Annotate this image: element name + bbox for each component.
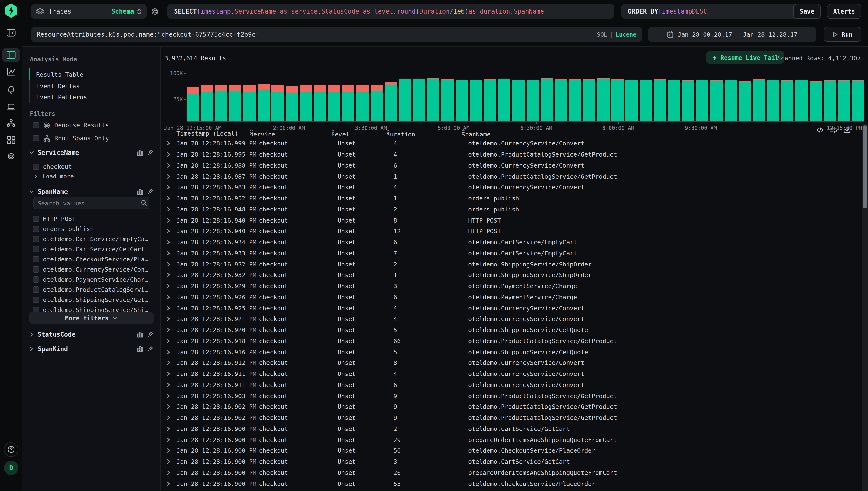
row-expand-icon[interactable] [167, 415, 170, 420]
dashboards-nav-icon[interactable] [2, 133, 20, 147]
table-row[interactable]: Jan 28 12:28:16.932 PMcheckoutUnset1otel… [160, 270, 861, 281]
chart-values-icon[interactable] [137, 189, 143, 195]
histogram-bar[interactable] [767, 80, 779, 121]
section-spankind[interactable]: SpanKind [29, 345, 153, 353]
row-expand-icon[interactable] [167, 283, 170, 289]
table-row[interactable]: Jan 28 12:28:16.933 PMcheckoutUnset7otel… [160, 248, 861, 259]
table-row[interactable]: Jan 28 12:28:16.900 PMcheckoutUnset53ote… [160, 478, 861, 489]
row-expand-icon[interactable] [167, 316, 170, 322]
table-row[interactable]: Jan 28 12:28:16.995 PMcheckoutUnset4otel… [160, 149, 861, 160]
histogram-bar[interactable] [215, 85, 227, 121]
table-row[interactable]: Jan 28 12:28:16.903 PMcheckoutUnset9otel… [160, 391, 861, 402]
value-checkbox[interactable] [33, 276, 39, 282]
histogram-bar[interactable] [668, 80, 680, 121]
histogram-bar[interactable] [611, 79, 624, 121]
table-row[interactable]: Jan 28 12:28:16.918 PMcheckoutUnset66ote… [160, 336, 861, 347]
row-expand-icon[interactable] [167, 163, 170, 168]
chart-values-icon[interactable] [137, 149, 143, 156]
root-spans-label[interactable]: Root Spans Only [55, 135, 109, 142]
settings-nav-icon[interactable] [2, 149, 20, 164]
histogram-bar[interactable] [838, 80, 850, 121]
histogram-bar[interactable] [512, 80, 525, 121]
filter-value-row[interactable]: oteldemo.PaymentService/Char… [33, 275, 148, 284]
filter-value-row[interactable]: orders publish [33, 224, 94, 233]
row-expand-icon[interactable] [167, 218, 170, 223]
more-filters-button[interactable]: More filters [29, 312, 154, 324]
section-spanname[interactable]: SpanName [29, 188, 153, 195]
row-expand-icon[interactable] [167, 152, 170, 157]
row-expand-icon[interactable] [167, 327, 170, 333]
user-avatar[interactable]: D [4, 461, 18, 475]
row-expand-icon[interactable] [167, 239, 170, 245]
help-button[interactable] [4, 442, 18, 457]
download-icon[interactable] [843, 127, 851, 133]
row-expand-icon[interactable] [167, 360, 170, 366]
row-expand-icon[interactable] [167, 459, 170, 464]
histogram-bar[interactable] [640, 80, 652, 121]
table-row[interactable]: Jan 28 12:28:16.900 PMcheckoutUnset3otel… [160, 456, 861, 467]
root-spans-toggle[interactable]: Root Spans Only [33, 135, 109, 142]
language-sql-option[interactable]: SQL [597, 31, 607, 38]
histogram-bar[interactable] [314, 85, 326, 121]
row-expand-icon[interactable] [167, 185, 170, 190]
wrap-text-icon[interactable] [830, 127, 837, 133]
denoise-results-toggle[interactable]: Denoise Results [33, 121, 109, 129]
table-row[interactable]: Jan 28 12:28:16.900 PMcheckoutUnset29pre… [160, 434, 861, 445]
row-expand-icon[interactable] [167, 305, 170, 311]
histogram-bar[interactable] [625, 80, 638, 121]
histogram-bar[interactable] [682, 80, 694, 121]
row-expand-icon[interactable] [167, 481, 170, 486]
row-expand-icon[interactable] [167, 174, 170, 179]
denoise-checkbox[interactable] [33, 122, 39, 128]
table-row[interactable]: Jan 28 12:28:16.902 PMcheckoutUnset9otel… [160, 412, 861, 424]
histogram-bar[interactable] [724, 80, 737, 121]
value-checkbox[interactable] [33, 256, 39, 262]
pin-icon[interactable] [147, 189, 153, 195]
histogram-bar[interactable] [286, 86, 298, 121]
table-row[interactable]: Jan 28 12:28:16.911 PMcheckoutUnset4otel… [160, 369, 861, 380]
col-level[interactable]: level [331, 130, 337, 135]
pin-icon[interactable] [147, 149, 153, 156]
histogram-bar[interactable] [427, 78, 440, 121]
histogram-bar[interactable] [271, 85, 284, 121]
filter-value-row[interactable]: oteldemo.CartService/GetCart [33, 244, 144, 254]
col-duration[interactable]: duration [386, 130, 392, 135]
pin-icon[interactable] [147, 346, 153, 352]
histogram-bar[interactable] [484, 79, 496, 121]
histogram-bar[interactable] [399, 79, 411, 121]
table-row[interactable]: Jan 28 12:28:16.940 PMcheckoutUnset8HTTP… [160, 215, 861, 226]
row-expand-icon[interactable] [167, 437, 170, 442]
table-row[interactable]: Jan 28 12:28:16.920 PMcheckoutUnset5otel… [160, 325, 861, 336]
service-map-nav-icon[interactable] [2, 116, 20, 130]
search-values-input[interactable] [33, 197, 149, 209]
table-row[interactable]: Jan 28 12:28:16.948 PMcheckoutUnset2orde… [160, 204, 861, 215]
denoise-label[interactable]: Denoise Results [55, 121, 109, 129]
save-button[interactable]: Save [793, 4, 821, 19]
code-columns-icon[interactable] [816, 127, 824, 133]
histogram-bar[interactable] [470, 80, 482, 121]
histogram-bar[interactable] [781, 80, 794, 121]
histogram-bar[interactable] [711, 80, 723, 121]
filter-value-row[interactable]: oteldemo.ProductCatalogServi… [33, 285, 148, 294]
row-expand-icon[interactable] [167, 261, 170, 267]
section-servicename[interactable]: ServiceName [29, 149, 153, 156]
table-row[interactable]: Jan 28 12:28:16.988 PMcheckoutUnset6otel… [160, 160, 861, 171]
table-row[interactable]: Jan 28 12:28:16.900 PMcheckoutUnset50ote… [160, 445, 861, 456]
row-expand-icon[interactable] [167, 196, 170, 201]
analysis-mode-item[interactable]: Results Table [36, 70, 83, 80]
histogram-bar[interactable] [413, 79, 425, 121]
client-sessions-nav-icon[interactable] [2, 100, 20, 114]
table-row[interactable]: Jan 28 12:28:16.900 PMcheckoutUnset26pre… [160, 467, 861, 478]
value-checkbox[interactable] [33, 246, 39, 252]
histogram-bar[interactable] [385, 82, 397, 121]
value-checkbox[interactable] [33, 266, 39, 272]
histogram-bar[interactable] [796, 80, 808, 121]
histogram-bar[interactable] [187, 87, 199, 121]
run-button[interactable]: Run [824, 27, 861, 42]
row-expand-icon[interactable] [167, 404, 170, 409]
value-checkbox[interactable] [33, 236, 39, 242]
table-row[interactable]: Jan 28 12:28:16.983 PMcheckoutUnset4otel… [160, 182, 861, 193]
source-selector[interactable]: Traces Schema [31, 4, 147, 19]
sql-select-editor[interactable]: SELECT Timestamp, ServiceName as service… [167, 4, 615, 19]
filter-value-row[interactable]: oteldemo.CartService/EmptyCa… [33, 234, 148, 243]
